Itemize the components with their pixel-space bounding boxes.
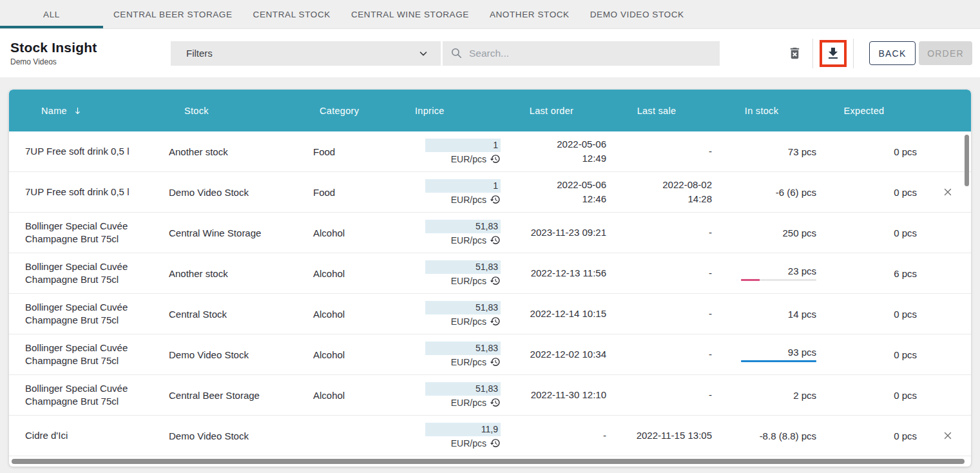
cell-last-sale: - bbox=[613, 226, 719, 240]
cell-last-order: 2023-11-23 09:21 bbox=[509, 226, 613, 240]
cell-inprice: 51,83 EUR/pcs bbox=[412, 382, 509, 408]
search-input[interactable] bbox=[469, 48, 712, 59]
inprice-value[interactable]: 51,83 bbox=[425, 342, 501, 355]
storage-tabbar: ALL CENTRAL BEER STORAGE CENTRAL STOCK C… bbox=[0, 0, 980, 29]
inprice-unit: EUR/pcs bbox=[451, 438, 486, 449]
inprice-unit: EUR/pcs bbox=[451, 195, 486, 205]
cell-stock: Another stock bbox=[160, 268, 303, 279]
cell-in-stock: 23 pcs bbox=[719, 265, 823, 281]
inprice-value[interactable]: 51,83 bbox=[425, 260, 501, 274]
column-header-in-stock[interactable]: In stock bbox=[719, 106, 823, 116]
inprice-value[interactable]: 1 bbox=[425, 179, 501, 193]
cell-category: Alcohol bbox=[303, 309, 412, 320]
table-row: Bollinger Special Cuvée Champagne Brut 7… bbox=[9, 334, 971, 375]
table-row: Bollinger Special Cuvée Champagne Brut 7… bbox=[9, 294, 971, 334]
in-stock-value: 93 pcs bbox=[788, 347, 816, 358]
column-label: Name bbox=[41, 106, 67, 116]
cell-name: Bollinger Special Cuvée Champagne Brut 7… bbox=[9, 342, 160, 367]
cell-stock: Demo Video Stock bbox=[160, 187, 303, 198]
cell-last-order: - bbox=[509, 429, 613, 443]
search-icon bbox=[450, 47, 463, 59]
cell-actions bbox=[924, 224, 971, 241]
column-header-last-sale[interactable]: Last sale bbox=[613, 106, 719, 116]
column-header-name[interactable]: Name bbox=[9, 106, 160, 116]
column-header-stock[interactable]: Stock bbox=[160, 106, 303, 116]
cell-actions bbox=[924, 427, 971, 444]
column-header-expected[interactable]: Expected bbox=[823, 106, 924, 116]
price-history-icon[interactable] bbox=[490, 397, 501, 408]
cell-last-order: 2022-12-14 10:15 bbox=[509, 307, 613, 321]
tab-label: CENTRAL STOCK bbox=[253, 10, 331, 19]
cell-expected: 6 pcs bbox=[823, 268, 924, 279]
page-subtitle: Demo Videos bbox=[10, 57, 171, 66]
cell-expected: 0 pcs bbox=[823, 227, 924, 238]
inprice-value[interactable]: 11,9 bbox=[425, 423, 501, 436]
page-title: Stock Insight bbox=[10, 40, 171, 55]
tab-all[interactable]: ALL bbox=[0, 0, 103, 28]
price-history-icon[interactable] bbox=[490, 438, 501, 449]
toolbar: Stock Insight Demo Videos Filters bbox=[0, 29, 980, 77]
download-highlight-box bbox=[820, 40, 847, 67]
table-row: Cidre d'Ici Demo Video Stock 11,9 EUR/pc… bbox=[9, 416, 971, 456]
cell-stock: Central Stock bbox=[160, 309, 303, 320]
vertical-scrollbar-thumb[interactable] bbox=[965, 135, 969, 186]
cell-last-order: 2022-05-06 12:46 bbox=[509, 178, 613, 206]
order-button[interactable]: ORDER bbox=[919, 41, 972, 65]
column-header-last-order[interactable]: Last order bbox=[509, 106, 613, 116]
cell-in-stock: -6 (6) pcs bbox=[719, 187, 823, 198]
cell-category: Food bbox=[303, 187, 412, 198]
download-icon bbox=[825, 46, 841, 61]
cell-in-stock: 93 pcs bbox=[719, 347, 823, 362]
tab-central-wine-storage[interactable]: CENTRAL WINE STORAGE bbox=[341, 0, 479, 28]
price-history-icon[interactable] bbox=[490, 153, 501, 164]
price-history-icon[interactable] bbox=[490, 194, 501, 205]
row-close-button[interactable] bbox=[939, 427, 956, 444]
tab-central-stock[interactable]: CENTRAL STOCK bbox=[243, 0, 341, 28]
delete-button[interactable] bbox=[783, 42, 806, 64]
cell-last-sale: 2022-11-15 13:05 bbox=[613, 429, 719, 443]
cell-inprice: 51,83 EUR/pcs bbox=[412, 260, 509, 286]
inprice-value[interactable]: 51,83 bbox=[425, 220, 501, 233]
filters-dropdown[interactable]: Filters bbox=[171, 41, 441, 66]
cell-stock: Central Beer Storage bbox=[160, 390, 303, 401]
cell-name: Bollinger Special Cuvée Champagne Brut 7… bbox=[9, 382, 160, 408]
cell-in-stock: 250 pcs bbox=[719, 227, 823, 238]
inprice-value[interactable]: 51,83 bbox=[425, 382, 501, 396]
in-stock-value: 250 pcs bbox=[782, 227, 816, 238]
download-button[interactable] bbox=[824, 44, 842, 63]
cell-inprice: 51,83 EUR/pcs bbox=[412, 342, 509, 367]
column-header-category[interactable]: Category bbox=[303, 106, 412, 116]
divider bbox=[853, 39, 854, 68]
column-header-inprice[interactable]: Inprice bbox=[412, 106, 509, 116]
cell-inprice: 11,9 EUR/pcs bbox=[412, 423, 509, 449]
tab-central-beer-storage[interactable]: CENTRAL BEER STORAGE bbox=[103, 0, 243, 28]
cell-actions bbox=[924, 184, 971, 200]
in-stock-value: 23 pcs bbox=[788, 265, 816, 276]
horizontal-scrollbar-thumb[interactable] bbox=[12, 459, 965, 464]
cell-expected: 0 pcs bbox=[823, 390, 924, 401]
in-stock-value: -8.8 (8.8) pcs bbox=[760, 430, 816, 441]
cell-last-sale: 2022-08-02 14:28 bbox=[613, 178, 719, 206]
close-icon bbox=[942, 430, 954, 441]
cell-actions bbox=[924, 265, 971, 282]
in-stock-value: 73 pcs bbox=[788, 146, 816, 157]
cell-actions bbox=[924, 387, 971, 403]
row-close-button[interactable] bbox=[939, 184, 956, 200]
table-body: 7UP Free soft drink 0,5 l Another stock … bbox=[9, 131, 971, 456]
cell-expected: 0 pcs bbox=[823, 349, 924, 360]
back-button[interactable]: BACK bbox=[869, 41, 916, 65]
price-history-icon[interactable] bbox=[490, 275, 501, 286]
cell-last-sale: - bbox=[613, 266, 719, 280]
tab-another-stock[interactable]: ANOTHER STOCK bbox=[479, 0, 580, 28]
title-block: Stock Insight Demo Videos bbox=[10, 40, 171, 66]
stock-level-bar bbox=[741, 360, 816, 362]
price-history-icon[interactable] bbox=[490, 356, 501, 367]
stock-table-card: Name Stock Category Inprice Last order L… bbox=[9, 90, 971, 467]
tab-demo-video-stock[interactable]: DEMO VIDEO STOCK bbox=[580, 0, 695, 28]
close-icon bbox=[942, 186, 954, 198]
price-history-icon[interactable] bbox=[490, 235, 501, 246]
price-history-icon[interactable] bbox=[490, 316, 501, 327]
table-row: 7UP Free soft drink 0,5 l Demo Video Sto… bbox=[9, 172, 971, 213]
inprice-value[interactable]: 51,83 bbox=[425, 301, 501, 314]
inprice-value[interactable]: 1 bbox=[425, 139, 501, 152]
